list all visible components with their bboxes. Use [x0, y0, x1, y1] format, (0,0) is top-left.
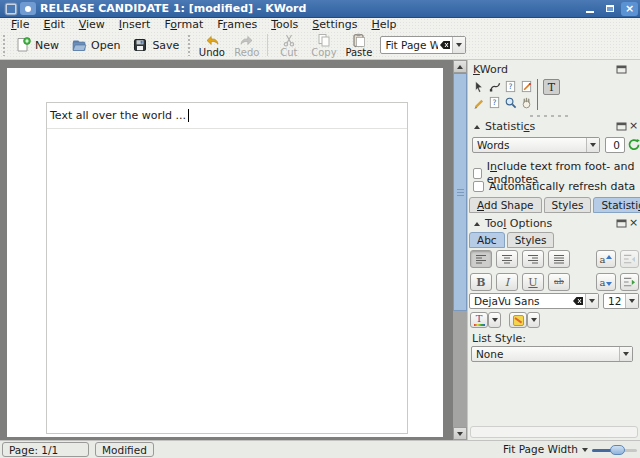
bold-button[interactable]: B: [470, 273, 492, 291]
window-menu-button[interactable]: [20, 2, 36, 15]
pointer-tool-button[interactable]: [471, 79, 486, 94]
document-canvas[interactable]: Text all over the world ...: [0, 60, 453, 440]
paste-button[interactable]: Paste: [341, 32, 376, 58]
maximize-button[interactable]: [601, 2, 618, 16]
float-docker-icon[interactable]: [616, 218, 627, 229]
reference-tool-button[interactable]: [519, 79, 534, 94]
text-color-dropdown[interactable]: [488, 312, 501, 328]
vertical-scrollbar[interactable]: [453, 60, 467, 440]
annotation-tool-button[interactable]: ?: [487, 95, 502, 110]
increase-indent-button[interactable]: [620, 273, 639, 291]
modified-indicator[interactable]: Modified: [95, 442, 154, 457]
menu-tools[interactable]: Tools: [264, 18, 305, 31]
svg-text:?: ?: [509, 82, 513, 91]
scroll-up-button[interactable]: [453, 60, 467, 73]
scroll-down-button[interactable]: [453, 427, 467, 440]
font-size-combobox[interactable]: 12: [603, 293, 639, 309]
list-style-combobox[interactable]: None: [471, 346, 633, 362]
title-bar[interactable]: RELEASE CANDIDATE 1: [modified] - KWord …: [0, 0, 640, 18]
tool-options-docker-header[interactable]: Tool Options ×: [468, 217, 640, 231]
clear-icon[interactable]: [572, 296, 584, 306]
page-pen-icon: [520, 80, 533, 93]
refresh-button[interactable]: [627, 137, 640, 152]
tab-statistics[interactable]: Statistics: [593, 197, 640, 213]
menu-settings[interactable]: Settings: [305, 18, 364, 31]
zoom-combobox[interactable]: Fit Page Width: [380, 36, 466, 54]
menu-file[interactable]: File: [4, 18, 36, 31]
menu-insert[interactable]: Insert: [112, 18, 158, 31]
float-docker-icon[interactable]: [616, 121, 627, 132]
new-button[interactable]: New: [9, 35, 65, 55]
italic-button[interactable]: I: [496, 273, 518, 291]
zoom-level-label[interactable]: Fit Page Width: [503, 443, 578, 455]
document-page[interactable]: Text all over the world ...: [7, 68, 443, 437]
statistics-docker-header[interactable]: Statistics ×: [468, 120, 640, 134]
auto-refresh-checkbox[interactable]: Automatically refresh data: [473, 180, 635, 193]
page-question-icon: ?: [504, 80, 517, 93]
zoom-level-dropdown-icon[interactable]: [582, 448, 588, 452]
docker-splitter-handle[interactable]: [530, 115, 570, 117]
float-docker-icon[interactable]: [616, 64, 627, 75]
tab-char-styles[interactable]: Styles: [507, 232, 555, 248]
save-button[interactable]: Save: [126, 35, 185, 55]
text-line[interactable]: Text all over the world ...: [47, 103, 407, 129]
close-docker-icon[interactable]: ×: [628, 120, 639, 132]
copy-button[interactable]: Copy: [306, 32, 341, 58]
menu-view[interactable]: View: [72, 18, 112, 31]
menu-frames[interactable]: Frames: [210, 18, 264, 31]
clear-icon[interactable]: [439, 40, 451, 50]
statistics-count-field[interactable]: 0: [605, 137, 625, 153]
zoom-tool-button[interactable]: [503, 95, 518, 110]
align-left-button[interactable]: [470, 250, 492, 268]
tab-add-shape[interactable]: Add Shape: [469, 197, 542, 213]
undo-button[interactable]: Undo: [194, 32, 229, 58]
statistics-metric-select[interactable]: Words: [472, 137, 600, 153]
font-size-arrow[interactable]: [625, 294, 638, 308]
font-family-combobox[interactable]: DejaVu Sans: [469, 293, 599, 309]
highlight-color-dropdown[interactable]: [527, 312, 540, 328]
tab-abc[interactable]: Abc: [469, 232, 505, 248]
italic-icon: I: [505, 277, 509, 288]
text-tool-button[interactable]: T: [543, 79, 560, 95]
pencil-tool-button[interactable]: [471, 95, 486, 110]
menu-format[interactable]: Format: [157, 18, 210, 31]
underline-button[interactable]: U: [522, 273, 544, 291]
menu-help[interactable]: Help: [364, 18, 403, 31]
open-button[interactable]: Open: [65, 35, 126, 55]
superscript-button[interactable]: a: [596, 250, 616, 268]
font-family-arrow[interactable]: [585, 294, 598, 308]
minimize-button[interactable]: [581, 2, 598, 16]
align-right-button[interactable]: [522, 250, 544, 268]
cut-button[interactable]: Cut: [271, 32, 306, 58]
pan-tool-button[interactable]: [519, 95, 534, 110]
arrow-down-icon: [457, 432, 463, 436]
toolbar-handle-2[interactable]: [187, 34, 192, 56]
metric-select-arrow[interactable]: [586, 138, 599, 152]
text-color-button[interactable]: T: [470, 312, 488, 328]
subscript-button[interactable]: a: [596, 273, 616, 291]
infotext-tool-button[interactable]: ?: [503, 79, 518, 94]
zoom-slider-thumb[interactable]: [610, 445, 625, 455]
text-frame[interactable]: Text all over the world ...: [46, 102, 408, 434]
list-style-arrow[interactable]: [619, 347, 632, 361]
strikethrough-button[interactable]: ab: [548, 273, 570, 291]
close-button[interactable]: ×: [621, 2, 638, 16]
align-justify-button[interactable]: [548, 250, 570, 268]
redo-button[interactable]: Redo: [229, 32, 264, 58]
collapse-arrow-icon[interactable]: [474, 222, 480, 226]
path-tool-button[interactable]: [487, 79, 502, 94]
menu-edit[interactable]: Edit: [36, 18, 71, 31]
align-right-icon: [527, 254, 539, 264]
zoom-combobox-arrow[interactable]: [452, 37, 465, 53]
page-indicator[interactable]: Page: 1/1: [2, 442, 89, 457]
sidebar: KWord ? T ?: [467, 60, 640, 440]
decrease-indent-button[interactable]: [620, 250, 639, 268]
align-center-button[interactable]: [496, 250, 518, 268]
scrollbar-thumb[interactable]: [453, 73, 467, 311]
highlight-color-button[interactable]: [509, 312, 527, 328]
close-docker-icon[interactable]: ×: [628, 217, 639, 229]
kword-docker-header[interactable]: KWord: [468, 63, 640, 77]
collapse-arrow-icon[interactable]: [474, 125, 480, 129]
toolbar-handle[interactable]: [2, 34, 7, 56]
tab-styles[interactable]: Styles: [544, 197, 592, 213]
